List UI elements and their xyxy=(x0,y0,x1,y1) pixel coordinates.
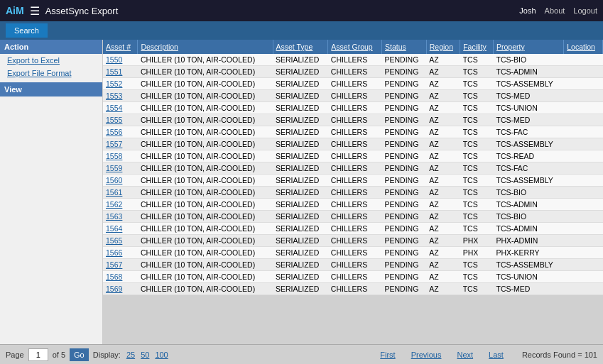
description-cell: CHILLER (10 TON, AIR-COOLED) xyxy=(138,175,273,187)
asset-id-link[interactable]: 1569 xyxy=(106,285,122,293)
location-cell xyxy=(564,90,603,102)
asset-id-cell: 1550 xyxy=(103,54,138,66)
facility-cell: TCS xyxy=(460,175,494,187)
menu-icon[interactable]: ☰ xyxy=(30,4,40,18)
facility-cell: TCS xyxy=(460,126,494,138)
asset-id-link[interactable]: 1564 xyxy=(106,224,122,233)
property-cell: TCS-MED xyxy=(493,90,563,102)
asset-type-cell: SERIALIZED xyxy=(273,259,328,271)
region-cell: AZ xyxy=(426,223,460,235)
search-button[interactable]: Search xyxy=(6,23,48,38)
asset-id-link[interactable]: 1563 xyxy=(106,212,122,221)
col-property[interactable]: Property xyxy=(493,40,563,54)
next-button[interactable]: Next xyxy=(451,351,479,359)
asset-id-link[interactable]: 1551 xyxy=(106,67,122,76)
asset-id-link[interactable]: 1562 xyxy=(106,200,122,209)
property-cell: TCS-READ xyxy=(493,150,563,162)
asset-id-link[interactable]: 1558 xyxy=(106,152,122,160)
property-cell: PHX-KERRY xyxy=(493,247,563,259)
sidebar-item-export-file-format[interactable]: Export File Format xyxy=(0,67,102,79)
asset-id-link[interactable]: 1567 xyxy=(106,260,122,269)
col-location[interactable]: Location xyxy=(564,40,603,54)
table-row: 1553 CHILLER (10 TON, AIR-COOLED) SERIAL… xyxy=(103,90,603,102)
asset-id-cell: 1556 xyxy=(103,126,138,138)
property-cell: TCS-ASSEMBLY xyxy=(493,175,563,187)
status-cell: PENDING xyxy=(381,54,426,66)
page-input[interactable] xyxy=(28,348,48,361)
description-cell: CHILLER (10 TON, AIR-COOLED) xyxy=(138,102,273,114)
asset-id-cell: 1566 xyxy=(103,247,138,259)
property-cell: PHX-ADMIN xyxy=(493,235,563,247)
property-cell: TCS-UNION xyxy=(493,102,563,114)
description-cell: CHILLER (10 TON, AIR-COOLED) xyxy=(138,54,273,66)
first-button[interactable]: First xyxy=(374,351,401,359)
asset-id-link[interactable]: 1566 xyxy=(106,248,122,257)
property-cell: TCS-ASSEMBLY xyxy=(493,138,563,150)
asset-type-cell: SERIALIZED xyxy=(273,102,328,114)
asset-id-cell: 1554 xyxy=(103,102,138,114)
location-cell xyxy=(564,259,603,271)
asset-id-link[interactable]: 1553 xyxy=(106,92,122,100)
asset-group-cell: CHILLERS xyxy=(328,126,382,138)
asset-group-cell: CHILLERS xyxy=(328,162,382,175)
asset-id-link[interactable]: 1552 xyxy=(106,79,122,88)
asset-id-link[interactable]: 1550 xyxy=(106,55,122,64)
status-cell: PENDING xyxy=(381,150,426,162)
table-wrapper[interactable]: Asset # Description Asset Type Asset Gro… xyxy=(103,40,603,344)
table-row: 1562 CHILLER (10 TON, AIR-COOLED) SERIAL… xyxy=(103,199,603,211)
main-layout: Action Export to Excel Export File Forma… xyxy=(0,40,603,344)
description-cell: CHILLER (10 TON, AIR-COOLED) xyxy=(138,259,273,271)
display-50[interactable]: 50 xyxy=(141,351,149,359)
location-cell xyxy=(564,187,603,199)
about-link[interactable]: About xyxy=(545,6,565,15)
last-button[interactable]: Last xyxy=(483,351,509,359)
asset-id-link[interactable]: 1561 xyxy=(106,188,122,197)
asset-id-cell: 1551 xyxy=(103,66,138,78)
asset-group-cell: CHILLERS xyxy=(328,102,382,114)
description-cell: CHILLER (10 TON, AIR-COOLED) xyxy=(138,235,273,247)
go-button[interactable]: Go xyxy=(70,348,89,361)
facility-cell: TCS xyxy=(460,259,494,271)
location-cell xyxy=(564,66,603,78)
region-cell: AZ xyxy=(426,211,460,223)
region-cell: AZ xyxy=(426,199,460,211)
location-cell xyxy=(564,114,603,126)
asset-group-cell: CHILLERS xyxy=(328,150,382,162)
col-region[interactable]: Region xyxy=(426,40,460,54)
description-cell: CHILLER (10 TON, AIR-COOLED) xyxy=(138,187,273,199)
sidebar-item-export-excel[interactable]: Export to Excel xyxy=(0,54,102,67)
asset-id-link[interactable]: 1557 xyxy=(106,140,122,148)
location-cell xyxy=(564,78,603,90)
asset-group-cell: CHILLERS xyxy=(328,247,382,259)
table-row: 1568 CHILLER (10 TON, AIR-COOLED) SERIAL… xyxy=(103,271,603,283)
asset-type-cell: SERIALIZED xyxy=(273,175,328,187)
facility-cell: TCS xyxy=(460,102,494,114)
col-status[interactable]: Status xyxy=(381,40,426,54)
asset-id-link[interactable]: 1556 xyxy=(106,128,122,136)
col-facility[interactable]: Facility xyxy=(460,40,494,54)
location-cell xyxy=(564,54,603,66)
table-row: 1557 CHILLER (10 TON, AIR-COOLED) SERIAL… xyxy=(103,138,603,150)
logout-link[interactable]: Logout xyxy=(573,6,597,15)
asset-id-link[interactable]: 1559 xyxy=(106,164,122,172)
asset-id-link[interactable]: 1560 xyxy=(106,176,122,184)
asset-id-link[interactable]: 1565 xyxy=(106,236,122,245)
asset-id-link[interactable]: 1555 xyxy=(106,116,122,124)
asset-id-cell: 1563 xyxy=(103,211,138,223)
asset-id-link[interactable]: 1554 xyxy=(106,104,122,112)
col-description[interactable]: Description xyxy=(138,40,273,54)
page-of: of 5 xyxy=(53,351,65,359)
col-asset-type[interactable]: Asset Type xyxy=(273,40,328,54)
property-cell: TCS-BIO xyxy=(493,211,563,223)
display-100[interactable]: 100 xyxy=(155,351,168,359)
col-asset-group[interactable]: Asset Group xyxy=(328,40,382,54)
asset-id-cell: 1565 xyxy=(103,235,138,247)
asset-id-link[interactable]: 1568 xyxy=(106,272,122,281)
asset-type-cell: SERIALIZED xyxy=(273,247,328,259)
display-25[interactable]: 25 xyxy=(126,351,135,359)
location-cell xyxy=(564,283,603,295)
asset-group-cell: CHILLERS xyxy=(328,54,382,66)
col-asset-id[interactable]: Asset # xyxy=(103,40,138,54)
status-cell: PENDING xyxy=(381,126,426,138)
previous-button[interactable]: Previous xyxy=(406,351,447,359)
